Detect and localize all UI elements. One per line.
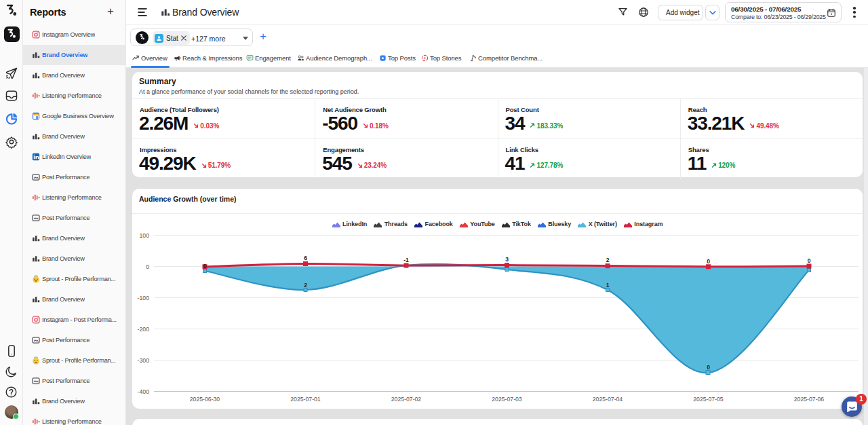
svg-text:-200: -200 bbox=[138, 326, 150, 333]
svg-text:2: 2 bbox=[304, 282, 307, 289]
svg-text:0: 0 bbox=[707, 364, 710, 371]
svg-text:2025-07-04: 2025-07-04 bbox=[593, 396, 623, 403]
svg-text:2025-07-03: 2025-07-03 bbox=[492, 396, 522, 403]
svg-text:0: 0 bbox=[707, 258, 710, 265]
svg-text:100: 100 bbox=[140, 232, 150, 239]
svg-text:2: 2 bbox=[606, 257, 610, 263]
svg-text:0: 0 bbox=[808, 257, 811, 264]
svg-text:0: 0 bbox=[146, 263, 149, 270]
svg-text:2025-06-30: 2025-06-30 bbox=[190, 396, 220, 403]
svg-text:2025-07-01: 2025-07-01 bbox=[290, 396, 321, 403]
svg-text:6: 6 bbox=[304, 255, 307, 261]
svg-text:2025-07-05: 2025-07-05 bbox=[693, 396, 724, 403]
svg-text:-1: -1 bbox=[403, 257, 409, 263]
svg-text:1: 1 bbox=[606, 282, 610, 289]
svg-text:0: 0 bbox=[203, 263, 207, 270]
svg-text:2025-07-06: 2025-07-06 bbox=[794, 396, 825, 403]
svg-text:2025-07-02: 2025-07-02 bbox=[391, 396, 422, 403]
svg-text:-400: -400 bbox=[138, 388, 150, 395]
svg-text:-300: -300 bbox=[138, 357, 150, 364]
svg-text:3: 3 bbox=[505, 256, 509, 263]
svg-text:-100: -100 bbox=[138, 295, 150, 301]
